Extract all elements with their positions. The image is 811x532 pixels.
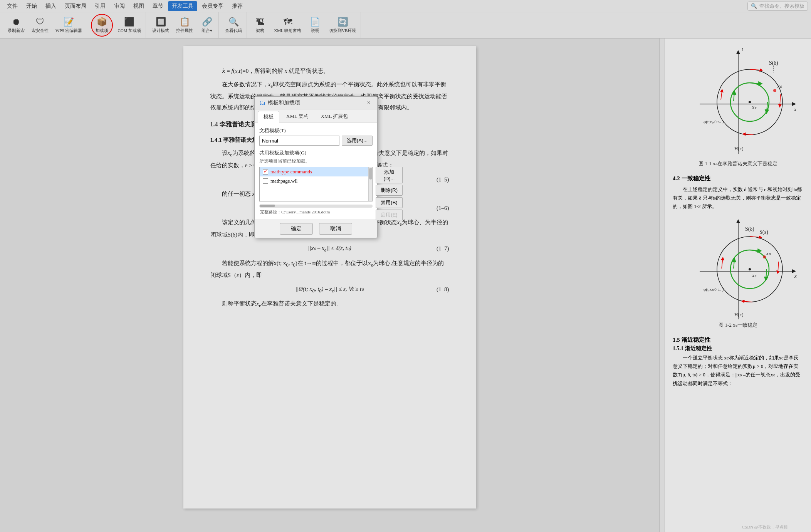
loaded-hint: 所选项目当前已经加载。: [259, 158, 373, 164]
cancel-button[interactable]: 取消: [319, 223, 352, 235]
template-input[interactable]: [259, 136, 339, 146]
template-label: 文档模板(T): [259, 127, 373, 134]
select-template-button[interactable]: 选用(A)...: [342, 136, 373, 146]
modal-body: 文档模板(T) 选用(A)... 共用模板及加载项(G) 所选项目当前已经加载。…: [255, 123, 377, 220]
modal-title: 🗂 模板和加载项: [259, 99, 300, 106]
full-path-label: 完整路径：C:\users\...mands 2016.dotm: [259, 209, 373, 215]
addin-item-mathpage[interactable]: mathpage.wll: [260, 176, 372, 186]
shared-addins-label: 共用模板及加载项(G): [259, 149, 373, 156]
add-addin-button[interactable]: 添加(D)...: [376, 167, 403, 183]
modal-tab-xml-schema[interactable]: XML 架构: [281, 111, 314, 122]
modal-icon: 🗂: [259, 99, 265, 106]
modal-close-button[interactable]: ×: [365, 99, 373, 107]
enable-addin-button[interactable]: 启用(E): [376, 210, 403, 220]
modal-title-text: 模板和加载项: [268, 99, 300, 106]
addins-list[interactable]: ✓ mathtype commands mathpage.wll: [259, 167, 373, 201]
modal-scrollbar[interactable]: [259, 205, 373, 208]
disable-addin-button[interactable]: 禁用(B): [376, 197, 403, 208]
modal-titlebar: 🗂 模板和加载项 ×: [255, 97, 377, 109]
ok-button[interactable]: 确定: [280, 223, 313, 235]
modal-footer: 确定 取消: [255, 220, 377, 238]
modal-tab-template[interactable]: 模板: [258, 111, 279, 123]
modal-tab-xml-package[interactable]: XML 扩展包: [316, 111, 354, 122]
remove-addin-button[interactable]: 删除(R): [376, 185, 403, 196]
modal-tabs: 模板 XML 架构 XML 扩展包: [255, 109, 377, 123]
addin-side-buttons: 添加(D)... 删除(R) 禁用(B) 启用(E): [376, 167, 403, 220]
addin-item-mathtype[interactable]: ✓ mathtype commands: [260, 167, 372, 176]
list-scrollbar[interactable]: [368, 167, 372, 201]
addin-mathpage-label: mathpage.wll: [270, 178, 297, 184]
template-input-row: 选用(A)...: [259, 136, 373, 146]
template-addin-dialog: 🗂 模板和加载项 × 模板 XML 架构 XML 扩展包 文档模板(T) 选用(…: [254, 96, 378, 238]
addin-mathtype-label: mathtype commands: [270, 169, 312, 175]
addins-section: ✓ mathtype commands mathpage.wll: [259, 167, 373, 201]
modal-overlay[interactable]: 🗂 模板和加载项 × 模板 XML 架构 XML 扩展包 文档模板(T) 选用(…: [0, 0, 811, 532]
